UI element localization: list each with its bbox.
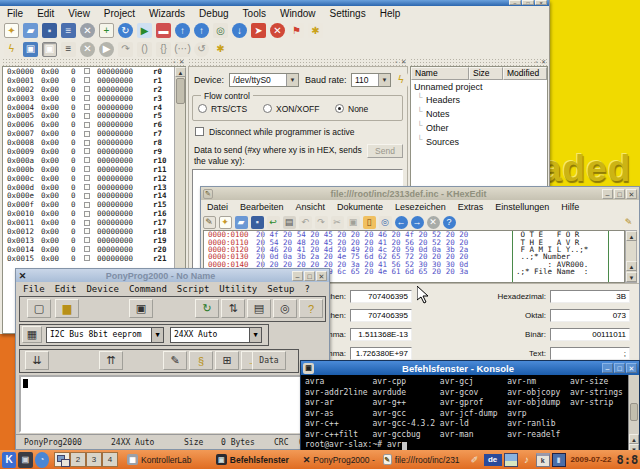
scroll-up-icon[interactable]: ▲: [629, 434, 639, 444]
help-icon[interactable]: ?: [299, 299, 323, 318]
download-icon[interactable]: ↓: [232, 23, 247, 38]
terminal-area[interactable]: avra avr-cpp avr-gcj avr-nm avr-sizeavr-…: [301, 375, 628, 454]
chevron-down-icon[interactable]: ▼: [378, 74, 390, 86]
register-checkbox[interactable]: [84, 220, 97, 226]
device-combo[interactable]: /dev/ttyS0 ▼: [229, 73, 299, 87]
step-out-icon[interactable]: {}: [156, 42, 171, 57]
print-icon[interactable]: ▤: [247, 299, 271, 318]
find-icon[interactable]: ◎: [273, 299, 297, 318]
reload-icon[interactable]: ↻: [195, 299, 219, 318]
stop-red-icon[interactable]: ✕: [270, 23, 285, 38]
taskbar-clock[interactable]: 8:8: [617, 453, 638, 467]
scroll-down-icon[interactable]: ▼: [626, 272, 637, 282]
revert-icon[interactable]: ↩: [267, 216, 280, 229]
register-checkbox[interactable]: [84, 175, 97, 181]
register-row[interactable]: 0x000c 0x00 0 00000000 r12: [3, 174, 185, 183]
close-button[interactable]: ✕: [626, 189, 637, 199]
register-checkbox[interactable]: [84, 68, 97, 74]
edit-buffer-icon[interactable]: ✎: [163, 351, 187, 370]
dock-buttons[interactable]: ▫ ✕: [395, 58, 407, 65]
maximize-button[interactable]: □: [614, 363, 625, 373]
erase-icon[interactable]: ▬: [156, 23, 171, 38]
verify-icon[interactable]: ◎: [213, 23, 228, 38]
khexedit-menu-item[interactable]: Dokumente: [331, 202, 389, 212]
minimize-button[interactable]: –: [292, 271, 303, 281]
debug-configure-icon[interactable]: ✱: [213, 42, 228, 57]
register-checkbox[interactable]: [84, 246, 97, 252]
dock-buttons[interactable]: ▫ ✕: [535, 58, 547, 65]
write-device-icon[interactable]: ⇈: [99, 351, 123, 370]
dock-handle[interactable]: ▫ ✕: [188, 58, 408, 66]
register-row[interactable]: 0x0015 0x00 0 00000000 r21: [3, 254, 185, 263]
converter-field[interactable]: 1.511368E-13: [350, 328, 412, 341]
connect-icon[interactable]: ϟ: [394, 73, 408, 87]
device-family-combo[interactable]: I2C Bus 8bit eeprom ▼: [46, 327, 164, 343]
close-button[interactable]: ✕: [535, 0, 547, 5]
new-icon[interactable]: ✦: [219, 216, 232, 229]
ponyprog-menu-item[interactable]: Command: [124, 284, 172, 294]
converter-field[interactable]: 3B: [550, 290, 630, 303]
task-befehlsfenster[interactable]: ▣ Befehlsfenster: [212, 452, 297, 468]
program-icon[interactable]: ➤: [251, 23, 266, 38]
project-tree-item[interactable]: Sources: [414, 135, 547, 149]
copy-icon[interactable]: ▣: [347, 216, 360, 229]
register-checkbox[interactable]: [84, 104, 97, 110]
scroll-thumb[interactable]: [630, 403, 638, 421]
flag-icon[interactable]: ⚑: [289, 23, 304, 38]
register-row[interactable]: 0x0001 0x00 0 00000000 r1: [3, 76, 185, 85]
open-file-icon[interactable]: ▆: [55, 299, 79, 318]
send-button[interactable]: Send: [367, 144, 403, 158]
disconnect-checkbox[interactable]: [195, 127, 204, 136]
register-row[interactable]: 0x000f 0x00 0 00000000 r15: [3, 200, 185, 209]
register-row[interactable]: 0x0012 0x00 0 00000000 r18: [3, 227, 185, 236]
config-bits-icon[interactable]: ⊞: [215, 351, 239, 370]
new-window-icon[interactable]: ▢: [27, 299, 51, 318]
khexedit-app-icon[interactable]: ✎: [203, 216, 216, 229]
register-checkbox[interactable]: [84, 131, 97, 137]
column-name[interactable]: Name: [411, 67, 469, 80]
main-menu-item[interactable]: Help: [373, 8, 408, 19]
ponyprog-menu-item[interactable]: ?: [299, 284, 314, 294]
register-checkbox[interactable]: [84, 86, 97, 92]
ponyprog-menu-item[interactable]: File: [18, 284, 50, 294]
radio-none-label[interactable]: None: [348, 104, 368, 114]
maximize-button[interactable]: □: [614, 189, 625, 199]
forward-icon[interactable]: →: [411, 216, 424, 229]
register-row[interactable]: 0x0014 0x00 0 00000000 r20: [3, 245, 185, 254]
task-khexedit[interactable]: ✎ file:///root/inc/231: [379, 452, 464, 468]
read-device-icon[interactable]: ⇊: [25, 351, 49, 370]
register-row[interactable]: 0x000a 0x00 0 00000000 r10: [3, 156, 185, 165]
khexedit-menu-item[interactable]: Bearbeiten: [234, 202, 290, 212]
desktop-pager-cell[interactable]: 2: [70, 452, 86, 467]
close-button[interactable]: ✕: [316, 271, 327, 281]
terminal-active-icon[interactable]: ▣: [42, 42, 57, 57]
khexedit-titlebar[interactable]: ✎ file:///root/inc/2313def.inc - KHexEdi…: [201, 187, 639, 200]
annotate-icon[interactable]: ✎: [622, 216, 635, 229]
register-row[interactable]: 0x0006 0x00 0 00000000 r6: [3, 120, 185, 129]
register-row[interactable]: 0x0013 0x00 0 00000000 r19: [3, 236, 185, 245]
print-icon[interactable]: ▤: [283, 216, 296, 229]
rebuild-icon[interactable]: ↻: [118, 23, 133, 38]
radio-xonxoff-label[interactable]: XON/XOFF: [276, 104, 319, 114]
converter-field[interactable]: 707406395: [350, 309, 412, 322]
register-checkbox[interactable]: [84, 237, 97, 243]
register-row[interactable]: 0x0010 0x00 0 00000000 r16: [3, 209, 185, 218]
register-row[interactable]: 0x0005 0x00 0 00000000 r5: [3, 111, 185, 120]
register-checkbox[interactable]: [84, 113, 97, 119]
main-menu-item[interactable]: Project: [97, 8, 142, 19]
terminal-scrollbar[interactable]: ▲ ▼: [628, 375, 639, 454]
project-tree-item[interactable]: Other: [414, 121, 547, 135]
register-checkbox[interactable]: [84, 255, 97, 261]
keyboard-layout-indicator[interactable]: de: [484, 454, 502, 466]
scroll-thumb[interactable]: [176, 78, 185, 104]
konqueror-globe-icon[interactable]: ◔: [35, 452, 49, 468]
chevron-down-icon[interactable]: ▼: [249, 328, 261, 342]
register-checkbox[interactable]: [84, 202, 97, 208]
configure-icon[interactable]: ✱: [308, 23, 323, 38]
hex-scrollbar[interactable]: ▲ ▲ ▼: [625, 230, 637, 283]
ponyprog-menu-item[interactable]: Utility: [214, 284, 262, 294]
save-icon[interactable]: ▪: [251, 216, 264, 229]
scroll-up-icon[interactable]: ▲: [175, 67, 186, 77]
show-desktop-icon[interactable]: ▣: [18, 452, 32, 468]
kmenu-button[interactable]: K: [2, 452, 16, 468]
